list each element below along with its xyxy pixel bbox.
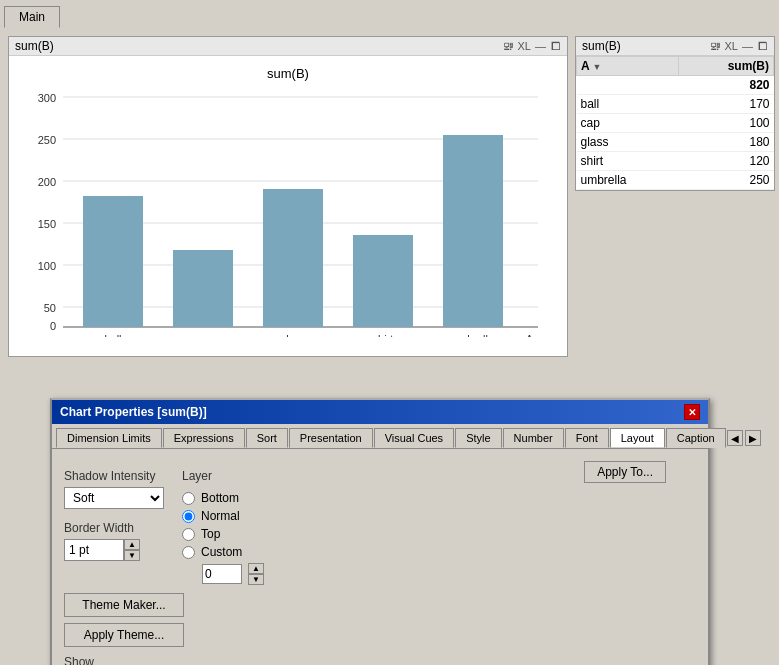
show-section: Show Always Conditional ...	[64, 655, 696, 665]
chart-panel: sum(B) 🖳 XL — ⧠ sum(B) 300 250 200 150 1…	[8, 36, 568, 357]
table-row: umbrella 250	[577, 171, 774, 190]
tab-caption[interactable]: Caption	[666, 428, 726, 448]
svg-text:300: 300	[38, 92, 56, 104]
table-icon-maximize[interactable]: ⧠	[757, 40, 768, 52]
data-table: A ▼ sum(B) 820 ball 170 cap 100 g	[576, 56, 774, 190]
dialog-body: Apply To... Shadow Intensity Soft None M…	[52, 449, 708, 665]
layer-bottom-radio[interactable]	[182, 492, 195, 505]
layer-normal-label: Normal	[201, 509, 240, 523]
tab-sort[interactable]: Sort	[246, 428, 288, 448]
row-a-2: cap	[577, 114, 679, 133]
custom-down[interactable]: ▼	[248, 574, 264, 585]
chart-panel-icons: 🖳 XL — ⧠	[503, 40, 561, 52]
tab-bar: Main	[0, 0, 779, 28]
row-v-4: 120	[678, 152, 773, 171]
chart-properties-dialog: Chart Properties [sum(B)] ✕ Dimension Li…	[50, 398, 710, 665]
tab-main[interactable]: Main	[4, 6, 60, 28]
dialog-close-button[interactable]: ✕	[684, 404, 700, 420]
tab-visual-cues[interactable]: Visual Cues	[374, 428, 455, 448]
total-label	[577, 76, 679, 95]
tab-nav-left[interactable]: ◀	[727, 430, 743, 446]
sort-arrow-a: ▼	[593, 62, 602, 72]
shadow-intensity-label: Shadow Intensity	[64, 469, 166, 483]
theme-maker-button[interactable]: Theme Maker...	[64, 593, 184, 617]
apply-theme-button[interactable]: Apply Theme...	[64, 623, 184, 647]
bar-chart: 300 250 200 150 100 50 0	[19, 87, 557, 337]
table-icon-print[interactable]: 🖳	[710, 40, 721, 52]
dialog-title: Chart Properties [sum(B)]	[60, 405, 207, 419]
svg-text:cap: cap	[194, 333, 212, 337]
table-panel-header: sum(B) 🖳 XL — ⧠	[576, 37, 774, 56]
chart-icon-maximize[interactable]: ⧠	[550, 40, 561, 52]
border-width-group: Border Width ▲ ▼	[64, 521, 166, 561]
custom-up[interactable]: ▲	[248, 563, 264, 574]
layer-custom-radio[interactable]	[182, 546, 195, 559]
tab-presentation[interactable]: Presentation	[289, 428, 373, 448]
chart-panel-header: sum(B) 🖳 XL — ⧠	[9, 37, 567, 56]
table-icon-xl[interactable]: XL	[725, 40, 738, 52]
dialog-tabs: Dimension Limits Expressions Sort Presen…	[52, 424, 708, 449]
row-a-4: shirt	[577, 152, 679, 171]
tab-expressions[interactable]: Expressions	[163, 428, 245, 448]
chart-icon-minimize[interactable]: —	[535, 40, 546, 52]
tab-font[interactable]: Font	[565, 428, 609, 448]
layer-normal-radio[interactable]	[182, 510, 195, 523]
dialog-titlebar: Chart Properties [sum(B)] ✕	[52, 400, 708, 424]
table-row-total: 820	[577, 76, 774, 95]
apply-to-button[interactable]: Apply To...	[584, 461, 666, 483]
custom-layer-input[interactable]	[202, 564, 242, 584]
chart-area: 300 250 200 150 100 50 0	[19, 87, 557, 347]
layer-top[interactable]: Top	[182, 527, 696, 541]
svg-rect-16	[263, 189, 323, 327]
shadow-select-row: Soft None Medium Hard	[64, 487, 166, 509]
row-a-1: ball	[577, 95, 679, 114]
row-a-5: umbrella	[577, 171, 679, 190]
table-icon-minimize[interactable]: —	[742, 40, 753, 52]
svg-rect-17	[353, 235, 413, 327]
chart-icon-print[interactable]: 🖳	[503, 40, 514, 52]
tab-nav-right[interactable]: ▶	[745, 430, 761, 446]
shadow-intensity-select[interactable]: Soft None Medium Hard	[64, 487, 164, 509]
svg-text:A: A	[526, 333, 534, 337]
tab-number[interactable]: Number	[503, 428, 564, 448]
svg-rect-15	[173, 250, 233, 327]
chart-title: sum(B)	[19, 66, 557, 81]
svg-text:shirt: shirt	[373, 333, 394, 337]
table-row: ball 170	[577, 95, 774, 114]
row-a-3: glass	[577, 133, 679, 152]
layer-top-label: Top	[201, 527, 220, 541]
spinbox-down[interactable]: ▼	[124, 550, 140, 561]
spinbox-up[interactable]: ▲	[124, 539, 140, 550]
layer-custom-label: Custom	[201, 545, 242, 559]
table-row: cap 100	[577, 114, 774, 133]
svg-text:50: 50	[44, 302, 56, 314]
middle-section: Theme Maker... Apply Theme...	[64, 593, 696, 647]
border-width-spinbox: ▲ ▼	[64, 539, 166, 561]
table-row: glass 180	[577, 133, 774, 152]
row-v-5: 250	[678, 171, 773, 190]
tab-layout[interactable]: Layout	[610, 428, 665, 448]
layer-bottom-label: Bottom	[201, 491, 239, 505]
row-v-2: 100	[678, 114, 773, 133]
tab-dimension-limits[interactable]: Dimension Limits	[56, 428, 162, 448]
row-v-1: 170	[678, 95, 773, 114]
custom-input-row: ▲ ▼	[202, 563, 696, 585]
tab-style[interactable]: Style	[455, 428, 501, 448]
show-section-title: Show	[64, 655, 696, 665]
layer-bottom[interactable]: Bottom	[182, 491, 696, 505]
col-header-a[interactable]: A ▼	[577, 57, 679, 76]
chart-icon-xl[interactable]: XL	[518, 40, 531, 52]
border-width-input[interactable]	[64, 539, 124, 561]
svg-text:150: 150	[38, 218, 56, 230]
table-panel-title: sum(B)	[582, 39, 621, 53]
layer-custom[interactable]: Custom	[182, 545, 696, 559]
layer-normal[interactable]: Normal	[182, 509, 696, 523]
layer-radio-group: Bottom Normal Top Custom	[182, 491, 696, 559]
table-panel-icons: 🖳 XL — ⧠	[710, 40, 768, 52]
svg-text:umbrella: umbrella	[452, 333, 495, 337]
svg-text:250: 250	[38, 134, 56, 146]
layer-top-radio[interactable]	[182, 528, 195, 541]
shadow-intensity-group: Shadow Intensity Soft None Medium Hard	[64, 469, 166, 509]
main-area: sum(B) 🖳 XL — ⧠ sum(B) 300 250 200 150 1…	[0, 28, 779, 665]
col-header-sumb[interactable]: sum(B)	[678, 57, 773, 76]
